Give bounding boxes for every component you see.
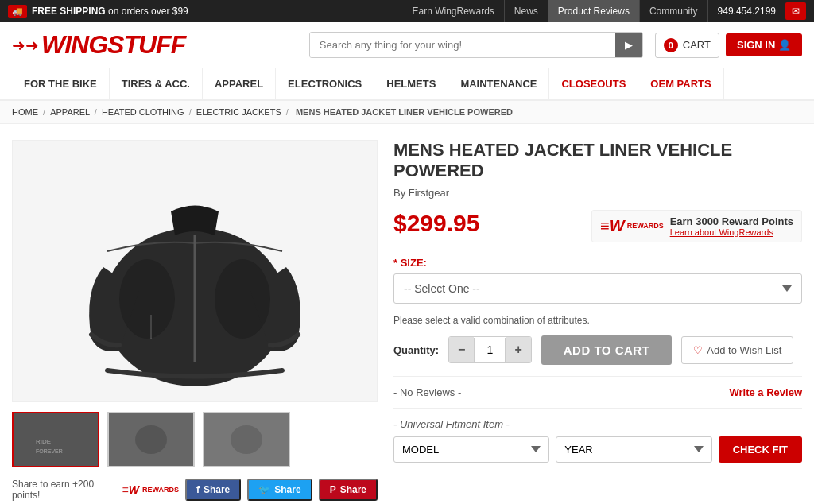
nav-for-the-bike[interactable]: FOR THE BIKE: [12, 68, 110, 99]
product-area: RIDE FOREVER Share to earn +200 points!: [0, 124, 814, 504]
size-label: * SIZE:: [393, 257, 802, 269]
community-link[interactable]: Community: [640, 0, 708, 22]
phone-number: 949.454.2199: [708, 6, 785, 17]
product-images: RIDE FOREVER Share to earn +200 points!: [12, 140, 378, 501]
rewards-text: Earn 3000 Reward Points Learn about Wing…: [670, 215, 793, 237]
twitter-icon: 🐦: [258, 484, 270, 495]
breadcrumb: HOME / APPAREL / HEATED CLOTHING / ELECT…: [0, 101, 814, 124]
message-icon[interactable]: ✉: [785, 2, 806, 20]
fitment-title: - Universal Fitment Item -: [393, 418, 802, 430]
rewards-label: REWARDS: [627, 223, 664, 230]
svg-text:FOREVER: FOREVER: [36, 448, 63, 454]
pinterest-icon: P: [330, 484, 336, 495]
quantity-label: Quantity:: [393, 344, 439, 356]
svg-point-11: [231, 425, 262, 454]
breadcrumb-current: MENS HEATED JACKET LINER VEHICLE POWERED: [296, 107, 513, 117]
cart-count: 0: [664, 38, 678, 52]
breadcrumb-sep: /: [95, 107, 99, 117]
breadcrumb-electric-jackets[interactable]: ELECTRIC JACKETS: [196, 107, 281, 117]
search-bar: ▶: [309, 32, 643, 58]
header: ➜➜ WINGSTUFF ▶ 0 CART SIGN IN 👤: [0, 22, 814, 68]
quantity-decrease-button[interactable]: −: [449, 337, 474, 362]
thumbnail-row: RIDE FOREVER: [12, 412, 378, 467]
rewards-earn-text: Earn 3000 Reward Points: [670, 215, 793, 227]
rewards-w-icon: ≡W: [122, 483, 139, 496]
breadcrumb-apparel[interactable]: APPAREL: [50, 107, 90, 117]
facebook-icon: f: [196, 484, 200, 495]
thumbnail-3[interactable]: [203, 412, 290, 467]
truck-icon: 🚚: [8, 5, 27, 18]
svg-point-3: [119, 259, 175, 339]
breadcrumb-sep: /: [286, 107, 291, 117]
quantity-input[interactable]: [474, 338, 506, 362]
nav-apparel[interactable]: APPAREL: [203, 68, 276, 99]
write-review-link[interactable]: Write a Review: [729, 386, 802, 398]
product-price: $299.95: [393, 210, 479, 237]
nav-tires-acc[interactable]: TIRES & ACC.: [110, 68, 203, 99]
share-pinterest-button[interactable]: P Share: [319, 479, 378, 501]
add-to-cart-button[interactable]: ADD TO CART: [541, 335, 673, 365]
size-section: * SIZE: -- Select One -- XS S M L XL XXL: [393, 257, 802, 304]
add-to-cart-row: Quantity: − + ADD TO CART ♡ Add to Wish …: [393, 335, 802, 365]
product-details: MENS HEATED JACKET LINER VEHICLE POWERED…: [393, 140, 802, 501]
thumbnail-2[interactable]: [107, 412, 195, 467]
top-bar: 🚚 FREE SHIPPING on orders over $99 Earn …: [0, 0, 814, 22]
validation-message: Please select a valid combination of att…: [393, 315, 802, 326]
sign-in-button[interactable]: SIGN IN 👤: [726, 33, 802, 56]
fitment-section: - Universal Fitment Item - MODEL YEAR CH…: [393, 418, 802, 463]
logo[interactable]: ➜➜ WINGSTUFF: [12, 30, 185, 60]
breadcrumb-home[interactable]: HOME: [12, 107, 38, 117]
product-brand: By Firstgear: [393, 187, 802, 199]
nav-oem-parts[interactable]: OEM PARTS: [638, 68, 723, 99]
rewards-learn-link[interactable]: Learn about WingRewards: [670, 227, 793, 237]
fitment-row: MODEL YEAR CHECK FIT: [393, 436, 802, 463]
nav-maintenance[interactable]: MAINTENANCE: [448, 68, 549, 99]
wings-icon: ➜➜: [12, 36, 39, 55]
no-reviews-text: - No Reviews -: [393, 386, 461, 398]
size-required-star: *: [393, 257, 401, 269]
quantity-control: − +: [448, 336, 532, 363]
top-bar-left: 🚚 FREE SHIPPING on orders over $99: [8, 5, 188, 18]
jacket-svg: [76, 148, 314, 394]
top-bar-links: Earn WingRewards News Product Reviews Co…: [402, 0, 806, 22]
breadcrumb-sep: /: [189, 107, 194, 117]
heart-icon: ♡: [693, 344, 703, 356]
quantity-increase-button[interactable]: +: [506, 337, 530, 362]
check-fit-button[interactable]: CHECK FIT: [719, 436, 802, 463]
reviews-row: - No Reviews - Write a Review: [393, 376, 802, 409]
breadcrumb-heated-clothing[interactable]: HEATED CLOTHING: [102, 107, 184, 117]
model-select[interactable]: MODEL: [393, 436, 549, 463]
rewards-logo-icon: ≡W: [600, 217, 625, 235]
main-product-image: [12, 140, 378, 402]
nav-helmets[interactable]: HELMETS: [374, 68, 448, 99]
earn-wingrewards-link[interactable]: Earn WingRewards: [402, 0, 504, 22]
price-rewards-row: $299.95 ≡W REWARDS Earn 3000 Reward Poin…: [393, 210, 802, 242]
share-facebook-button[interactable]: f Share: [185, 479, 241, 501]
breadcrumb-sep: /: [43, 107, 48, 117]
rewards-box: ≡W REWARDS Earn 3000 Reward Points Learn…: [591, 210, 802, 242]
search-button[interactable]: ▶: [615, 33, 642, 57]
svg-point-4: [215, 259, 270, 339]
rewards-mini-logo: ≡W REWARDS: [122, 483, 179, 496]
rewards-mini-label: REWARDS: [142, 486, 179, 494]
product-title: MENS HEATED JACKET LINER VEHICLE POWERED: [393, 140, 802, 182]
news-link[interactable]: News: [505, 0, 548, 22]
nav-electronics[interactable]: ELECTRONICS: [276, 68, 374, 99]
share-bar: Share to earn +200 points! ≡W REWARDS f …: [12, 479, 378, 501]
cart-label: CART: [683, 39, 711, 51]
size-select[interactable]: -- Select One -- XS S M L XL XXL: [393, 273, 802, 304]
share-twitter-button[interactable]: 🐦 Share: [247, 479, 312, 501]
cart-button[interactable]: 0 CART: [655, 33, 719, 58]
logo-text: WINGSTUFF: [41, 30, 185, 60]
product-reviews-link[interactable]: Product Reviews: [548, 0, 640, 22]
year-select[interactable]: YEAR: [556, 436, 711, 463]
header-right: 0 CART SIGN IN 👤: [655, 33, 802, 58]
svg-text:RIDE: RIDE: [36, 438, 51, 445]
thumbnail-1[interactable]: RIDE FOREVER: [12, 412, 99, 467]
shipping-text: FREE SHIPPING on orders over $99: [32, 6, 188, 17]
rewards-logo: ≡W REWARDS: [600, 217, 664, 235]
nav-closeouts[interactable]: CLOSEOUTS: [549, 68, 638, 99]
wish-list-button[interactable]: ♡ Add to Wish List: [681, 336, 793, 364]
share-earn-text: Share to earn +200 points!: [12, 479, 116, 501]
search-input[interactable]: [310, 33, 615, 57]
